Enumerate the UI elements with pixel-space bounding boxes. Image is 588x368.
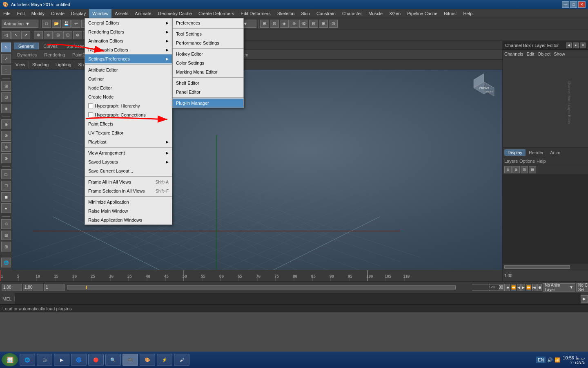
tb-snap6[interactable]: ⊜ [185,20,194,28]
tb-r4[interactable]: ⊛ [290,20,298,28]
char-set-dropdown[interactable]: No Character Set ▼ [576,283,588,292]
vpt-shading[interactable]: Shading [31,62,50,67]
menu-geometry-cache[interactable]: Geometry Cache [155,9,195,18]
tb2-10[interactable]: ▷ [96,31,105,39]
cb-btn3[interactable]: ✕ [580,43,586,48]
menu-xgen[interactable]: XGen [386,9,404,18]
li-3[interactable]: ⊞ [521,166,528,173]
anim-layer-dropdown[interactable]: No Anim Layer ▼ [543,283,575,292]
cb-btn2[interactable]: ● [573,43,579,48]
le-tab-display[interactable]: Display [504,149,526,156]
tb2-1[interactable]: ◁ [2,31,11,39]
subtab-nhair[interactable]: nHair [172,52,189,58]
taskbar-paint[interactable]: 🖌 [174,354,189,366]
tb2-8[interactable]: ⊛ [73,31,82,39]
menu-animate[interactable]: Animate [131,9,154,18]
menu-bifrost[interactable]: Bifrost [441,9,460,18]
tb-r6[interactable]: ⊟ [309,20,318,28]
maximize-button[interactable]: □ [570,1,577,8]
minimize-button[interactable]: — [562,1,569,8]
cb-channels[interactable]: Channels [504,52,523,56]
lt-17[interactable]: ⊞ [1,242,11,251]
cb-btn1[interactable]: ◀ [566,43,572,48]
playback-range-bar[interactable] [67,285,456,289]
tb-snap2[interactable]: ⊡ [146,20,155,28]
tb2-13[interactable]: ⊜ [125,31,134,39]
menu-display[interactable]: Display [68,9,89,18]
tab-surfaces[interactable]: Surfaces [62,43,89,49]
tb-snap3[interactable]: ◈ [156,20,165,28]
tb-paint[interactable]: ◎ [114,20,122,28]
lt-14[interactable]: ● [1,203,11,213]
live-surface-dropdown[interactable]: No Live Surface ▼ [207,20,256,28]
taskbar-ps[interactable]: 🎨 [140,354,155,366]
subtab-xgen[interactable]: XGen [234,52,252,58]
start-button[interactable]: 🪟 [2,353,18,366]
taskbar-chrome[interactable]: 🌀 [71,354,87,366]
mode-dropdown[interactable]: Animation ▼ [2,20,38,28]
lt-10[interactable]: ⊛ [1,153,11,163]
subtab-muscle[interactable]: Muscle [117,52,138,58]
lt-select[interactable]: ↖ [1,43,11,52]
subtab-painteffects[interactable]: PaintEffects [69,52,100,58]
close-button[interactable]: ✕ [578,1,586,8]
le-tab-render[interactable]: Render [526,149,547,156]
menu-assets[interactable]: Assets [111,9,131,18]
tb-open[interactable]: 📂 [52,20,61,28]
pb-play-forward[interactable]: ▶ [521,284,525,291]
tb-r1[interactable]: ⊞ [260,20,269,28]
subtab-fur[interactable]: Fur [158,52,172,58]
subtab-rendering[interactable]: Rendering [41,52,68,58]
tb-select[interactable]: ⊕ [94,20,103,28]
tb2-3[interactable]: ↗ [21,31,30,39]
taskbar-ie[interactable]: 🌐 [20,354,35,366]
vpt-lighting[interactable]: Lighting [54,62,73,67]
tb2-18[interactable]: ⊞ [177,31,186,39]
pb-to-start[interactable]: ⏮ [506,284,510,291]
pb-step-forward[interactable]: ⏩ [526,284,531,291]
layer-scroll[interactable] [503,263,588,270]
playback-range[interactable]: 120 [67,285,499,290]
lt-11[interactable]: □ [1,169,11,179]
taskbar-folder[interactable]: 🗂 [37,354,52,366]
tb-r5[interactable]: ⊠ [299,20,308,28]
menu-skin[interactable]: Skin [298,9,313,18]
tb2-7[interactable]: ⊡ [63,31,72,39]
menu-pipeline-cache[interactable]: Pipeline Cache [404,9,441,18]
tb2-9[interactable]: ⊠ [83,31,92,39]
lt-5[interactable]: ⊡ [1,92,11,102]
tb2-11[interactable]: ◈ [105,31,114,39]
pb-play-back[interactable]: ◀ [517,284,521,291]
timeline-ruler[interactable]: 1 5 10 15 20 25 30 35 40 45 50 55 60 65 … [0,270,502,281]
vpt-btn5[interactable]: ⊛ [133,61,142,69]
lt-13[interactable]: ◼ [1,192,11,202]
tb-r2[interactable]: ⊡ [270,20,279,28]
taskbar-media[interactable]: ▶ [54,354,69,366]
li-4[interactable]: ⊠ [529,166,536,173]
cb-object[interactable]: Object [537,52,550,56]
tb2-20[interactable]: ⊛ [196,31,205,39]
tb-r3[interactable]: ◈ [280,20,289,28]
tab-general[interactable]: General [14,43,39,49]
menu-character[interactable]: Character [339,9,365,18]
tb2-21[interactable]: ⊠ [206,31,215,39]
vpt-view[interactable]: View [14,62,27,67]
le-tab-anim[interactable]: Anim [547,149,564,156]
menu-modify[interactable]: Modify [28,9,48,18]
menu-help[interactable]: Help [460,9,476,18]
tb2-6[interactable]: ⊞ [53,31,62,39]
lt-9[interactable]: ⊚ [1,142,11,152]
menu-skeleton[interactable]: Skeleton [274,9,298,18]
vpt-sh[interactable]: Sh [77,62,85,67]
pb-mid-field[interactable]: 1.00 [23,284,43,291]
lt-12[interactable]: ◻ [1,181,11,191]
lt-15[interactable]: ⊝ [1,219,11,229]
lt-8[interactable]: ⊗ [1,131,11,141]
tb2-5[interactable]: ⊗ [44,31,53,39]
vpt-btn3[interactable]: ⊞ [112,61,121,69]
tb-r7[interactable]: ⊞ [319,20,328,28]
subtab-ncloth[interactable]: nCloth [190,52,210,58]
menu-create[interactable]: Create [48,9,68,18]
tb2-12[interactable]: ⊚ [115,31,124,39]
pb-step-back[interactable]: ⏪ [511,284,516,291]
